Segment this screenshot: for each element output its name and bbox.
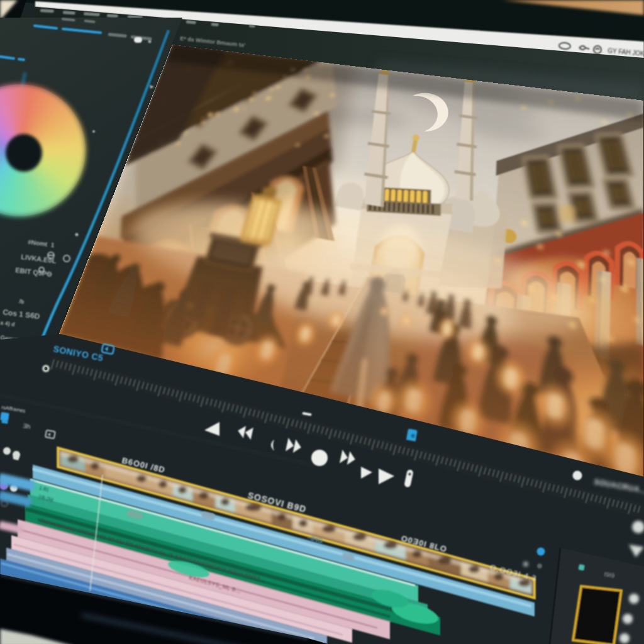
svg-text:Ǝh: Ǝh bbox=[23, 422, 31, 430]
